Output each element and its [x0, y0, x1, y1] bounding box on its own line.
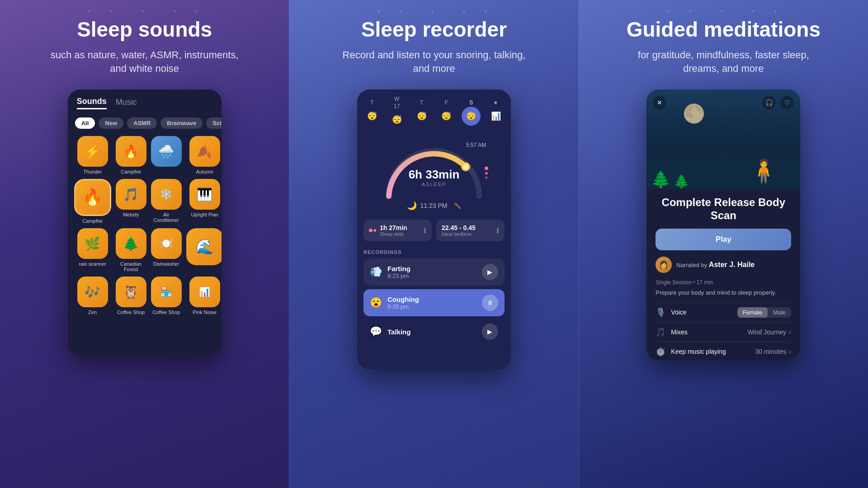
keep-music-setting[interactable]: ⏱️ Keep music playing 30 minutes › — [656, 342, 791, 361]
middle-subtitle: Record and listen to your snoring, talki… — [339, 48, 529, 76]
day-stats[interactable]: ★ 📊 — [486, 99, 505, 126]
filter-new[interactable]: New — [99, 117, 123, 129]
mixes-label: Mixes — [671, 328, 747, 336]
list-item[interactable]: ⚡ Thunder — [74, 136, 111, 174]
list-item[interactable]: 🔥 Campfire — [74, 179, 111, 224]
waves-icon: 🌊 — [186, 228, 222, 265]
play-button[interactable]: ▶ — [482, 264, 498, 280]
voice-male[interactable]: Male — [768, 307, 791, 318]
rain-icon: 🌧️ — [151, 136, 182, 167]
recording-farting[interactable]: 💨 Farting 9:23 pm ▶ — [363, 258, 505, 286]
sound-label: Coffee Shop — [152, 310, 180, 315]
day-item[interactable]: F 😴 — [437, 99, 456, 126]
filter-asmr[interactable]: ASMR — [127, 117, 157, 129]
forest-icon: 🌲 — [116, 228, 146, 259]
recording-coughing[interactable]: 😮 Coughing 9:25 pm ⏸ — [363, 289, 505, 316]
dishwasher-icon: 🍽️ — [151, 228, 182, 259]
list-item[interactable]: 🌲 Canadian Forest — [116, 228, 146, 272]
meditation-phone-mockup: ✕ 🎧 ♡ 🧍 🌲 🌲 🌕 Complete Release Body Scan… — [646, 89, 800, 361]
tab-sounds[interactable]: Sounds — [77, 97, 107, 109]
filter-brainwave[interactable]: Brainwave — [160, 117, 203, 129]
sound-label: Campfire — [82, 218, 103, 224]
ideal-bedtime-card: 22.45 - 0.45 Ideal bedtime ℹ — [436, 220, 505, 241]
list-item[interactable]: 🌧️ — [151, 136, 182, 174]
filter-all[interactable]: All — [75, 117, 95, 129]
sound-label: Canadian Forest — [116, 261, 146, 272]
list-item[interactable]: ❄️ Air Conditioner — [151, 179, 182, 224]
pinknoise-icon: 📊 — [189, 277, 220, 307]
pause-button[interactable]: ⏸ — [482, 295, 498, 311]
list-item[interactable]: 🦉 Coffee Shop — [116, 277, 146, 315]
zen-icon: 🎶 — [77, 277, 108, 307]
bedtime-row: 🌙 11:23 PM ✏️ — [407, 201, 462, 211]
day-item[interactable]: T 😴 — [363, 99, 382, 126]
owl-icon: 🦉 — [116, 277, 146, 307]
moon-bg: 🌕 — [683, 103, 705, 124]
list-item[interactable]: 🌿 rain scanner — [74, 228, 111, 272]
sound-label: Dishwasher — [153, 261, 179, 267]
sleep-debt-card: 1h 27min Sleep debt ℹ — [363, 220, 432, 241]
timer-icon: ⏱️ — [656, 347, 665, 357]
left-panel: Sleep sounds such as nature, water, ASMR… — [0, 0, 289, 488]
tab-music[interactable]: Music — [116, 98, 137, 109]
sound-label: Coffee Shop — [117, 310, 145, 315]
recording-talking[interactable]: 💬 Talking ▶ — [363, 320, 505, 343]
sound-label: Autumn — [196, 169, 213, 174]
sound-label: Upright Pian — [191, 212, 218, 217]
voice-toggle[interactable]: Female Male — [737, 307, 792, 318]
sounds-grid: ⚡ Thunder 🔥 Campfire 🌧️ 🍂 Autumn 🔥 Campf… — [68, 132, 222, 319]
list-item[interactable]: 📊 Pink Noise — [186, 277, 222, 315]
sound-label: Zen — [88, 310, 97, 315]
play-meditation-button[interactable]: Play — [656, 229, 791, 250]
right-subtitle: for gratitude, mindfulness, faster sleep… — [628, 48, 818, 76]
day-header: T 😴 W 17 😴 T 😴 F 😴 — [357, 89, 511, 133]
list-item[interactable]: 🌊 — [186, 228, 222, 272]
play-button-talking[interactable]: ▶ — [482, 324, 498, 340]
sleep-arc-section: 5:57 AM 6h 33min ASLEEP 🌙 11:23 PM ✏️ — [357, 133, 511, 215]
character-figure: 🧍 — [750, 158, 778, 184]
tree-left: 🌲 — [651, 170, 671, 189]
keep-music-label: Keep music playing — [671, 348, 755, 355]
list-item[interactable]: 🍽️ Dishwasher — [151, 228, 182, 272]
campfire-icon: 🔥 — [116, 136, 146, 167]
day-item-active[interactable]: S 😴 — [462, 99, 481, 126]
narrator-row: 👩 Narrated by Aster J. Haile — [656, 257, 791, 273]
middle-title: Sleep recorder — [361, 18, 507, 41]
rainscanner-icon: 🌿 — [77, 228, 108, 259]
list-item[interactable]: 🔥 Campfire — [116, 136, 146, 174]
mixes-value: Wind Journey — [747, 328, 786, 336]
narrator-avatar: 👩 — [656, 257, 672, 273]
sound-label: Campfire — [121, 169, 141, 174]
sound-label: Air Conditioner — [151, 212, 182, 223]
session-info: Single Session • 17 min — [656, 279, 791, 286]
list-item[interactable]: 🏪 Coffee Shop — [151, 277, 182, 315]
filter-bar: All New ASMR Brainwave Sci-Fi Babi — [68, 114, 222, 132]
list-item[interactable]: 🍂 Autumn — [186, 136, 222, 174]
campfire-selected-icon: 🔥 — [74, 179, 111, 216]
keep-music-value: 30 minutes — [755, 348, 786, 355]
day-item[interactable]: T 😴 — [412, 99, 431, 126]
melody-icon: 🎵 — [116, 179, 146, 210]
autumn-icon: 🍂 — [189, 136, 220, 167]
voice-female[interactable]: Female — [737, 307, 768, 318]
middle-panel: Sleep recorder Record and listen to your… — [289, 0, 579, 488]
coffeeshop-icon: 🏪 — [151, 277, 182, 307]
sound-label: Thunder — [83, 169, 102, 174]
left-subtitle: such as nature, water, ASMR, instruments… — [50, 48, 240, 76]
list-item[interactable]: 🎵 Melody — [116, 179, 146, 224]
thunder-icon: ⚡ — [77, 136, 108, 167]
voice-setting: 🎙️ Voice Female Male — [656, 302, 791, 322]
recordings-section: RECORDINGS 💨 Farting 9:23 pm ▶ 😮 Coughin… — [357, 246, 511, 347]
sounds-phone-mockup: Sounds Music All New ASMR Brainwave Sci-… — [68, 89, 222, 356]
session-desc: Prepare your body and mind to sleep prop… — [656, 289, 791, 296]
stats-row: 1h 27min Sleep debt ℹ 22.45 - 0.45 Ideal… — [357, 215, 511, 246]
music-icon: 🎵 — [656, 327, 665, 337]
list-item[interactable]: 🎹 Upright Pian — [186, 179, 222, 224]
filter-scifi[interactable]: Sci-Fi — [206, 117, 221, 129]
right-panel: Guided meditations for gratitude, mindfu… — [579, 0, 868, 488]
meditation-content: Complete Release Body Scan Play 👩 Narrat… — [646, 189, 800, 361]
day-item[interactable]: W 17 😴 — [387, 96, 406, 129]
mixes-setting[interactable]: 🎵 Mixes Wind Journey › — [656, 322, 791, 342]
list-item[interactable]: 🎶 Zen — [74, 277, 111, 315]
chevron-right-icon: › — [789, 328, 791, 336]
